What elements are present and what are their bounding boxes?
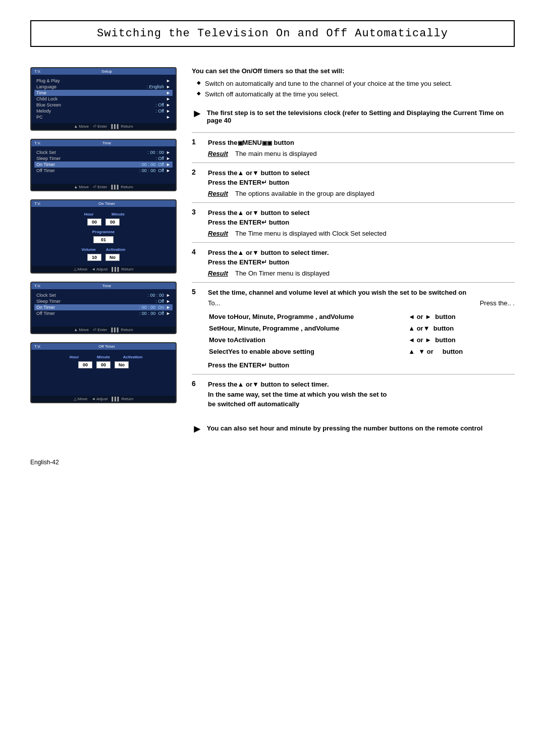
- final-note-box: ► You can also set hour and minute by pr…: [192, 424, 515, 436]
- step-2-action: Press the▲ or▼ button to select Press th…: [208, 168, 515, 188]
- note-text: The first step is to set the televisions…: [207, 109, 515, 124]
- step-5-intro: Set the time, channel and volume level a…: [208, 288, 515, 298]
- step-4-action: Press the▲ or▼ button to select timer. P…: [208, 248, 515, 267]
- step-2-result: Result The options available in the grou…: [208, 190, 515, 197]
- nav-bar-5: △ Move◄ Adjust▌▌▌ Return: [31, 396, 176, 402]
- tv-label-1: T.V.: [34, 69, 41, 74]
- time-screen-1: T.V. Time Clock Set: 00 : 00► Sleep Time…: [30, 139, 177, 191]
- footer-text: English-42: [30, 459, 59, 466]
- bullet-2: Switch off automatically at the time you…: [197, 90, 515, 98]
- press-label: Press the.. .: [480, 299, 515, 307]
- step-4-result: Result The On Timer menu is displayed: [208, 269, 515, 277]
- table-row: SetHour, Minute, Programme , andVolume ▲…: [208, 322, 515, 334]
- nav-bar-2: ▲ Move⏎ Enter▌▌▌ Return: [31, 184, 176, 190]
- action-cell: SelectYes to enable above setting: [208, 346, 407, 357]
- action-cell: SetHour, Minute, Programme , andVolume: [208, 322, 407, 334]
- step-3-number: 3: [192, 208, 200, 216]
- tv-label-4: T.V.: [34, 284, 41, 288]
- setup-screen-title: Setup: [101, 69, 112, 74]
- step-6-action: Press the▲ or▼ button to select timer. I…: [208, 380, 515, 409]
- final-note-arrow-icon: ►: [192, 422, 203, 436]
- page-footer: English-42: [30, 444, 515, 466]
- nav-bar-3: △ Move◄ Adjust▌▌▌ Return: [31, 266, 176, 273]
- nav-bar-4: ▲ Move⏎ Enter▌▌▌ Return: [31, 327, 176, 333]
- time-screen-2: T.V. Time Clock Set: 00 : 00► Sleep Time…: [30, 282, 177, 334]
- intro-text: You can set the On/Off timers so that th…: [192, 67, 515, 75]
- table-row: SelectYes to enable above setting ▲ ▼ or…: [208, 346, 515, 357]
- right-column: You can set the On/Off timers so that th…: [192, 67, 515, 444]
- table-row: Move toActivation ◄ or ► button: [208, 334, 515, 346]
- button-cell: ▲ or▼ button: [407, 322, 515, 334]
- step-3-result: Result The Time menu is displayed with C…: [208, 230, 515, 237]
- step-5-table: Move toHour, Minute, Programme , andVolu…: [208, 311, 515, 357]
- step-3: 3 Press the▲ or▼ button to select Press …: [192, 202, 515, 242]
- tv-label-5: T.V.: [34, 344, 41, 349]
- step-2: 2 Press the▲ or▼ button to select Press …: [192, 163, 515, 202]
- action-cell: Move toHour, Minute, Programme , andVolu…: [208, 311, 407, 322]
- step-3-action: Press the▲ or▼ button to select Press th…: [208, 208, 515, 228]
- on-timer-screen: T.V. On Timer Hour Minute 00 00 Programm…: [30, 199, 177, 274]
- note-arrow-icon: ►: [192, 107, 203, 120]
- button-cell: ▲ ▼ or button: [407, 346, 515, 357]
- step-4-number: 4: [192, 248, 200, 256]
- off-timer-screen: T.V. Off Timer Hour Minute Activation 00…: [30, 342, 177, 403]
- bullet-list: Switch on automatically and tune to the …: [192, 80, 515, 101]
- bullet-1: Switch on automatically and tune to the …: [197, 80, 515, 87]
- step-1-action: Press the▣MENU▣▣ button: [208, 138, 515, 148]
- tv-label-2: T.V.: [34, 141, 41, 145]
- action-cell: Move toActivation: [208, 334, 407, 346]
- step-5-to-row: To... Press the.. .: [208, 299, 515, 307]
- step-1-number: 1: [192, 138, 200, 146]
- button-cell: ◄ or ► button: [407, 311, 515, 322]
- to-label: To...: [208, 299, 221, 307]
- table-row: Move toHour, Minute, Programme , andVolu…: [208, 311, 515, 322]
- button-cell: ◄ or ► button: [407, 334, 515, 346]
- setup-screen: T.V. Setup Plug & Play► Language: Englis…: [30, 67, 177, 131]
- left-column: T.V. Setup Plug & Play► Language: Englis…: [30, 67, 177, 444]
- step-5-number: 5: [192, 288, 200, 296]
- step-6-number: 6: [192, 380, 200, 388]
- note-box: ► The first step is to set the televisio…: [192, 109, 515, 124]
- step-1-result: Result The main menu is displayed: [208, 150, 515, 157]
- step-4: 4 Press the▲ or▼ button to select timer.…: [192, 242, 515, 282]
- nav-bar-1: ▲ Move⏎ Enter▌▌▌ Return: [31, 123, 176, 130]
- tv-label-3: T.V.: [34, 201, 41, 206]
- step-6: 6 Press the▲ or▼ button to select timer.…: [192, 374, 515, 416]
- final-note-text: You can also set hour and minute by pres…: [207, 424, 483, 432]
- step-2-number: 2: [192, 168, 200, 176]
- step-1: 1 Press the▣MENU▣▣ button Result The mai…: [192, 132, 515, 163]
- page-title: Switching the Television On and Off Auto…: [30, 20, 515, 47]
- step-5: 5 Set the time, channel and volume level…: [192, 282, 515, 374]
- step-5-enter: Press the ENTER↵ button: [208, 361, 515, 369]
